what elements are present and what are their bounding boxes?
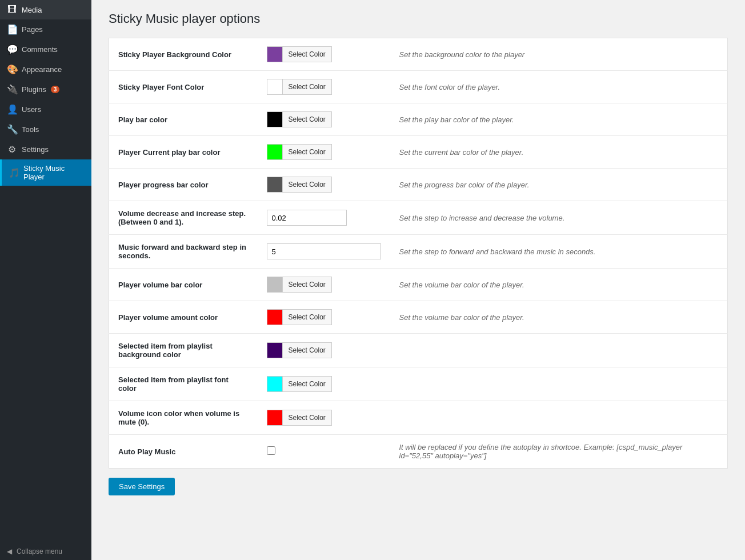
- color-swatch-playlist-font-color: [267, 376, 283, 392]
- option-row-font-color: Sticky Player Font ColorSelect ColorSet …: [109, 71, 728, 103]
- sidebar-label-plugins: Plugins: [22, 85, 46, 94]
- option-label-font-color: Sticky Player Font Color: [109, 71, 258, 103]
- option-control-volume-amount-color: Select Color: [258, 301, 390, 334]
- collapse-label: Collapse menu: [17, 547, 62, 555]
- option-label-playlist-font-color: Selected item from playlist font color: [109, 367, 258, 401]
- select-color-btn-playlist-bg-color[interactable]: Select Color: [283, 342, 332, 358]
- color-swatch-font-color: [267, 79, 283, 95]
- option-control-mute-icon-color: Select Color: [258, 401, 390, 435]
- option-row-volume-bar-color: Player volume bar colorSelect ColorSet t…: [109, 269, 728, 301]
- color-wrap-bg-color: Select Color: [267, 46, 381, 62]
- color-wrap-volume-bar-color: Select Color: [267, 277, 381, 293]
- option-control-play-bar-color: Select Color: [258, 103, 390, 136]
- option-row-mute-icon-color: Volume icon color when volume is mute (0…: [109, 401, 728, 435]
- option-control-font-color: Select Color: [258, 71, 390, 103]
- options-table: Sticky Player Background ColorSelect Col…: [109, 38, 728, 469]
- sidebar-item-tools[interactable]: 🔧Tools: [0, 119, 91, 139]
- sidebar-item-media[interactable]: 🎞Media: [0, 0, 91, 19]
- collapse-menu[interactable]: ◀Collapse menu: [0, 543, 91, 560]
- option-row-bg-color: Sticky Player Background ColorSelect Col…: [109, 38, 728, 71]
- select-color-btn-current-play-bar-color[interactable]: Select Color: [283, 144, 332, 160]
- color-wrap-progress-bar-color: Select Color: [267, 177, 381, 193]
- sidebar-item-users[interactable]: 👤Users: [0, 99, 91, 119]
- option-row-volume-amount-color: Player volume amount colorSelect ColorSe…: [109, 301, 728, 334]
- option-description-mute-icon-color: [390, 401, 728, 435]
- color-swatch-play-bar-color: [267, 111, 283, 127]
- option-label-playlist-bg-color: Selected item from playlist background c…: [109, 334, 258, 367]
- option-description-forward-backward-step: Set the step to forward and backward the…: [390, 235, 728, 269]
- sidebar-label-comments: Comments: [22, 45, 58, 54]
- select-color-btn-progress-bar-color[interactable]: Select Color: [283, 177, 332, 193]
- option-row-current-play-bar-color: Player Current play bar colorSelect Colo…: [109, 136, 728, 169]
- color-swatch-progress-bar-color: [267, 177, 283, 193]
- pages-icon: 📄: [7, 24, 17, 35]
- select-color-btn-play-bar-color[interactable]: Select Color: [283, 111, 332, 127]
- text-input-forward-backward-step[interactable]: [267, 243, 381, 259]
- option-description-play-bar-color: Set the play bar color of the player.: [390, 103, 728, 136]
- option-control-bg-color: Select Color: [258, 38, 390, 71]
- checkbox-auto-play[interactable]: [267, 446, 275, 455]
- option-description-bg-color: Set the background color to the player: [390, 38, 728, 71]
- sidebar-label-users: Users: [22, 105, 41, 114]
- color-swatch-bg-color: [267, 46, 283, 62]
- option-description-volume-amount-color: Set the volume bar color of the player.: [390, 301, 728, 334]
- option-description-auto-play: It will be replaced if you define the au…: [390, 435, 728, 469]
- sidebar-item-plugins[interactable]: 🔌Plugins3: [0, 79, 91, 99]
- option-description-playlist-font-color: [390, 367, 728, 401]
- color-swatch-mute-icon-color: [267, 410, 283, 426]
- color-swatch-playlist-bg-color: [267, 342, 283, 358]
- select-color-btn-mute-icon-color[interactable]: Select Color: [283, 410, 332, 426]
- option-control-playlist-font-color: Select Color: [258, 367, 390, 401]
- option-label-mute-icon-color: Volume icon color when volume is mute (0…: [109, 401, 258, 435]
- option-label-volume-step: Volume decrease and increase step. (Betw…: [109, 201, 258, 235]
- color-swatch-volume-bar-color: [267, 277, 283, 293]
- option-row-playlist-bg-color: Selected item from playlist background c…: [109, 334, 728, 367]
- page-title: Sticky Music player options: [109, 11, 728, 26]
- option-control-playlist-bg-color: Select Color: [258, 334, 390, 367]
- color-wrap-font-color: Select Color: [267, 79, 381, 95]
- option-description-volume-step: Set the step to increase and decrease th…: [390, 201, 728, 235]
- color-wrap-playlist-bg-color: Select Color: [267, 342, 381, 358]
- color-wrap-mute-icon-color: Select Color: [267, 410, 381, 426]
- color-swatch-current-play-bar-color: [267, 144, 283, 160]
- option-row-playlist-font-color: Selected item from playlist font colorSe…: [109, 367, 728, 401]
- option-control-auto-play: [258, 435, 390, 469]
- save-settings-button[interactable]: Save Settings: [109, 478, 175, 495]
- option-row-volume-step: Volume decrease and increase step. (Betw…: [109, 201, 728, 235]
- sidebar-label-sticky-music-player: Sticky Music Player: [23, 164, 85, 181]
- option-row-progress-bar-color: Player progress bar colorSelect ColorSet…: [109, 169, 728, 201]
- option-control-volume-bar-color: Select Color: [258, 269, 390, 301]
- sidebar-item-appearance[interactable]: 🎨Appearance: [0, 59, 91, 79]
- select-color-btn-font-color[interactable]: Select Color: [283, 79, 332, 95]
- sidebar-label-settings: Settings: [22, 145, 49, 154]
- option-control-progress-bar-color: Select Color: [258, 169, 390, 201]
- option-description-current-play-bar-color: Set the current bar color of the player.: [390, 136, 728, 169]
- select-color-btn-volume-bar-color[interactable]: Select Color: [283, 277, 332, 293]
- option-label-volume-bar-color: Player volume bar color: [109, 269, 258, 301]
- sidebar-item-pages[interactable]: 📄Pages: [0, 19, 91, 39]
- sidebar-label-tools: Tools: [22, 125, 39, 134]
- comments-icon: 💬: [7, 44, 17, 55]
- select-color-btn-playlist-font-color[interactable]: Select Color: [283, 376, 332, 392]
- sidebar-item-comments[interactable]: 💬Comments: [0, 39, 91, 59]
- color-swatch-volume-amount-color: [267, 309, 283, 325]
- option-label-progress-bar-color: Player progress bar color: [109, 169, 258, 201]
- tools-icon: 🔧: [7, 124, 17, 135]
- color-wrap-volume-amount-color: Select Color: [267, 309, 381, 325]
- color-wrap-playlist-font-color: Select Color: [267, 376, 381, 392]
- option-description-progress-bar-color: Set the progress bar color of the player…: [390, 169, 728, 201]
- sidebar-item-sticky-music-player[interactable]: 🎵Sticky Music Player: [0, 159, 91, 186]
- select-color-btn-bg-color[interactable]: Select Color: [283, 46, 332, 62]
- color-wrap-current-play-bar-color: Select Color: [267, 144, 381, 160]
- option-description-playlist-bg-color: [390, 334, 728, 367]
- plugins-icon: 🔌: [7, 84, 17, 95]
- option-label-play-bar-color: Play bar color: [109, 103, 258, 136]
- option-label-volume-amount-color: Player volume amount color: [109, 301, 258, 334]
- option-label-auto-play: Auto Play Music: [109, 435, 258, 469]
- text-input-volume-step[interactable]: [267, 210, 347, 226]
- sidebar-item-settings[interactable]: ⚙Settings: [0, 139, 91, 159]
- appearance-icon: 🎨: [7, 64, 17, 75]
- sidebar: 🎞Media📄Pages💬Comments🎨Appearance🔌Plugins…: [0, 0, 91, 560]
- select-color-btn-volume-amount-color[interactable]: Select Color: [283, 309, 332, 325]
- badge-plugins: 3: [51, 86, 60, 93]
